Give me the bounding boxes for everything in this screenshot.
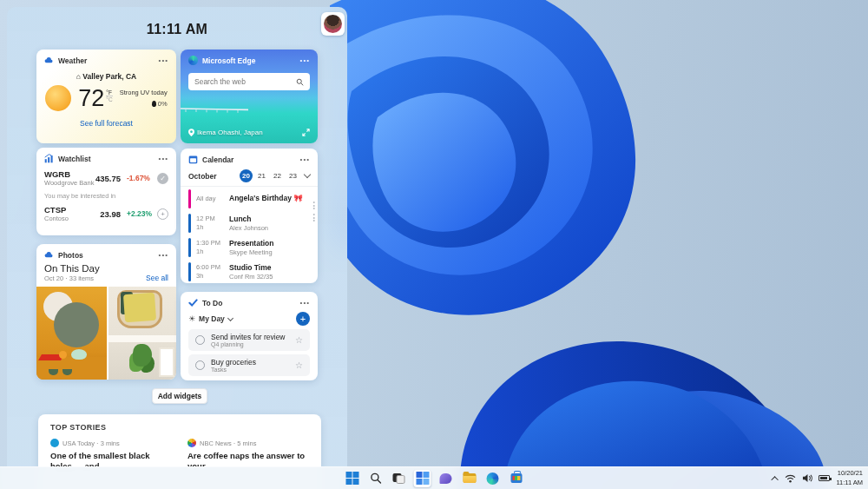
user-avatar[interactable]	[321, 12, 345, 36]
star-icon[interactable]: ☆	[295, 360, 303, 370]
event-subtitle: Conf Rm 32/35	[229, 273, 273, 281]
edge-more-icon[interactable]: •••	[300, 58, 310, 63]
sun-icon	[45, 85, 71, 111]
event-duration: 3h	[196, 272, 224, 281]
watchlist-add-icon[interactable]: +	[157, 208, 168, 220]
microsoft-store-button[interactable]	[508, 470, 525, 487]
stock-row[interactable]: CTSP Contoso 23.98 +2.23% +	[36, 202, 176, 225]
event-title: Angela's Birthday 🎀	[229, 194, 303, 203]
task-view-button[interactable]	[391, 470, 408, 487]
stock-price: 23.98	[100, 209, 121, 219]
avatar-image	[324, 15, 342, 33]
wifi-icon[interactable]	[785, 474, 796, 483]
watchlist-widget[interactable]: Watchlist ••• WGRB Woodgrove Bank 435.75…	[36, 148, 176, 235]
task-view-icon	[393, 473, 405, 484]
calendar-scrollbar[interactable]: ••••••	[313, 201, 315, 222]
photos-heading: On This Day	[44, 263, 100, 274]
taskbar-search-button[interactable]	[367, 470, 385, 487]
calendar-widget[interactable]: Calendar ••• October 20 21 22 23 All day…	[181, 149, 318, 283]
house-icon: ⌂	[76, 72, 81, 81]
task-row[interactable]: Send invites for review Q4 planning ☆	[188, 329, 310, 351]
store-icon	[510, 473, 522, 483]
star-icon[interactable]: ☆	[295, 335, 303, 345]
event-time: 1:30 PM	[196, 239, 224, 248]
taskbar-clock[interactable]: 10/20/21 11:11 AM	[836, 469, 863, 486]
todo-widget[interactable]: To Do ••• ☀ My Day + Send invites for re…	[181, 292, 318, 380]
calendar-title: Calendar	[202, 155, 296, 164]
todo-more-icon[interactable]: •••	[300, 301, 310, 306]
task-row[interactable]: Buy groceries Tasks ☆	[188, 354, 310, 376]
event-duration: 1h	[196, 248, 224, 256]
calendar-icon	[188, 155, 198, 164]
start-button[interactable]	[344, 470, 361, 487]
battery-icon[interactable]	[819, 475, 830, 481]
event-title: Presentation	[229, 239, 274, 248]
usa-today-logo-icon	[50, 439, 59, 447]
folder-icon	[463, 473, 476, 483]
calendar-event[interactable]: 1:30 PM 1h Presentation Skype Meeting	[181, 235, 318, 260]
photo-thumbnail[interactable]	[108, 287, 176, 380]
volume-icon[interactable]	[802, 473, 812, 483]
search-icon[interactable]	[296, 78, 304, 86]
calendar-date[interactable]: 22	[271, 169, 284, 182]
photos-more-icon[interactable]: •••	[159, 253, 168, 258]
widgets-button[interactable]	[414, 470, 431, 487]
photos-cloud-icon	[44, 250, 54, 260]
nbc-news-logo-icon	[187, 439, 196, 447]
file-explorer-button[interactable]	[461, 470, 478, 487]
task-complete-circle[interactable]	[195, 335, 205, 345]
calendar-event[interactable]: 6:00 PM 3h Studio Time Conf Rm 32/35	[181, 260, 318, 283]
chevron-down-icon	[227, 314, 233, 320]
stock-price: 435.75	[95, 174, 121, 183]
task-subtitle: Q4 planning	[211, 341, 289, 347]
edge-title: Microsoft Edge	[202, 56, 296, 65]
watchlist-suggestion-label: You may be interested in	[36, 189, 176, 202]
see-all-link[interactable]: See all	[146, 274, 168, 282]
calendar-event[interactable]: All day Angela's Birthday 🎀	[181, 187, 318, 211]
chevron-up-icon	[772, 476, 779, 483]
location-pin-icon	[188, 129, 194, 136]
photo-caption: Ikema Ohashi, Japan	[188, 129, 263, 136]
event-title: Studio Time	[229, 263, 273, 273]
photos-widget[interactable]: Photos ••• On This Day Oct 20 · 33 items…	[36, 244, 176, 380]
chat-button[interactable]	[437, 470, 455, 487]
calendar-date[interactable]: 23	[286, 169, 299, 182]
search-input[interactable]	[194, 77, 293, 86]
edge-browser-button[interactable]	[484, 470, 502, 487]
event-color-bar	[188, 262, 191, 281]
calendar-date[interactable]: 21	[255, 169, 268, 182]
tray-overflow-button[interactable]	[773, 476, 779, 481]
edge-logo-icon	[188, 56, 198, 65]
photos-subheading: Oct 20 · 33 items	[44, 274, 100, 282]
weather-widget[interactable]: Weather ••• ⌂ Valley Park, CA 72 °F °C S…	[36, 50, 176, 143]
add-task-button[interactable]: +	[296, 312, 310, 326]
stock-change: -1.67%	[127, 174, 157, 182]
desktop: 11:11 AM Weather ••• ⌂ Valley Park, CA 7…	[0, 0, 868, 489]
expand-icon[interactable]	[302, 129, 310, 136]
unit-fahrenheit[interactable]: °F	[106, 89, 112, 96]
edge-widget[interactable]: Microsoft Edge ••• Ikema Ohashi, Japan	[181, 50, 318, 143]
calendar-event[interactable]: 12 PM 1h Lunch Alex Johnson	[181, 211, 318, 235]
photo-thumbnail[interactable]	[36, 287, 107, 380]
task-complete-circle[interactable]	[195, 360, 205, 370]
calendar-date-selected[interactable]: 20	[240, 169, 253, 182]
add-widgets-button[interactable]: Add widgets	[152, 388, 207, 404]
chevron-down-icon[interactable]	[304, 171, 311, 178]
chat-icon	[440, 473, 452, 484]
event-color-bar	[188, 189, 191, 208]
weather-location: ⌂ Valley Park, CA	[36, 72, 176, 81]
stock-row[interactable]: WGRB Woodgrove Bank 435.75 -1.67% ✓	[36, 167, 176, 189]
watchlist-added-icon[interactable]: ✓	[157, 173, 168, 184]
weather-more-icon[interactable]: •••	[159, 58, 168, 63]
watchlist-more-icon[interactable]: •••	[159, 156, 168, 162]
photo-collage[interactable]	[36, 287, 176, 380]
unit-celsius[interactable]: °C	[106, 96, 112, 102]
event-duration: 1h	[196, 223, 224, 232]
web-search-box[interactable]	[188, 73, 310, 90]
see-full-forecast-link[interactable]: See full forecast	[36, 119, 176, 128]
sun-outline-icon: ☀	[188, 314, 195, 323]
widgets-panel: 11:11 AM Weather ••• ⌂ Valley Park, CA 7…	[7, 7, 347, 489]
todo-list-selector[interactable]: ☀ My Day +	[181, 311, 318, 329]
calendar-more-icon[interactable]: •••	[300, 157, 310, 162]
todo-title: To Do	[202, 299, 296, 307]
